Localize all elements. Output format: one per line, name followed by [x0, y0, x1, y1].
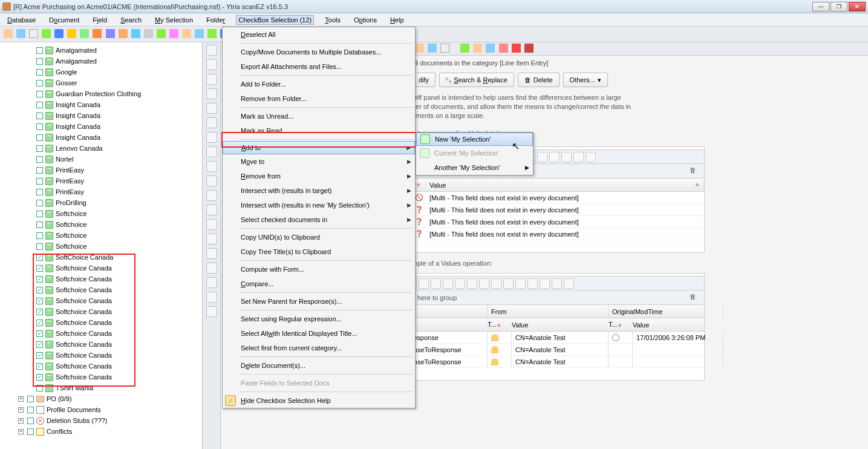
checkbox-icon[interactable]	[36, 156, 43, 163]
tree-item[interactable]: Insight Canada	[0, 110, 202, 121]
checkbox-icon[interactable]	[27, 407, 34, 413]
checkbox-icon[interactable]	[36, 123, 43, 130]
menu-help[interactable]: Help	[388, 15, 406, 25]
tree-item[interactable]: PrintEasy	[0, 165, 202, 175]
submenu-another-selection[interactable]: Another 'My Selection'▶	[416, 160, 533, 175]
toolstrip-btn[interactable]	[206, 88, 217, 99]
checkbox-icon[interactable]	[36, 221, 43, 228]
toolstrip-btn[interactable]	[206, 248, 217, 259]
toolbar-icon[interactable]	[131, 29, 140, 38]
menu-select-first[interactable]: Select first from current category...	[223, 341, 415, 355]
checkbox-icon[interactable]	[36, 363, 43, 370]
grid-btn[interactable]	[527, 278, 538, 289]
trash-icon[interactable]: 🗑	[690, 166, 699, 176]
checkbox-icon[interactable]	[36, 254, 43, 261]
grid-btn[interactable]	[552, 278, 562, 289]
tree-item[interactable]: Softchoice Canada	[0, 295, 202, 306]
tree-item[interactable]: Softchoice Canada	[0, 263, 202, 274]
menu-field[interactable]: Field	[90, 15, 109, 25]
checkbox-icon[interactable]	[36, 309, 43, 315]
grid-btn[interactable]	[586, 152, 596, 162]
toolstrip-btn[interactable]	[206, 277, 217, 288]
grid-btn[interactable]	[467, 278, 477, 289]
menu-select-identical[interactable]: Select All with Identical Displayed Titl…	[223, 326, 415, 341]
checkbox-icon[interactable]	[36, 113, 43, 119]
col-from[interactable]: From	[488, 305, 609, 318]
menu-intersect-new[interactable]: Intersect with (results in new 'My Selec…	[223, 198, 415, 212]
menu-move-to[interactable]: Move to▶	[223, 154, 415, 169]
tree-root-item[interactable]: +Profile Documents	[0, 404, 202, 415]
checkbox-icon[interactable]	[36, 341, 43, 348]
menu-compare[interactable]: Compare...	[223, 277, 415, 291]
menu-copy-tree[interactable]: Copy Tree Title(s) to Clipboard	[223, 244, 415, 259]
tree-item[interactable]: Softchoice Canada	[0, 306, 202, 317]
tree-item[interactable]: Softchoice Canada	[0, 274, 202, 284]
toolbar-icon[interactable]	[106, 29, 115, 38]
toolbar-icon[interactable]	[119, 29, 128, 38]
col-value[interactable]: Value⚹	[426, 182, 704, 189]
toolbar-icon[interactable]	[29, 29, 38, 38]
menu-options[interactable]: Options	[351, 15, 379, 25]
tree-item[interactable]: Softchoice Canada	[0, 328, 202, 339]
grid-btn[interactable]	[491, 278, 501, 289]
tree-item[interactable]: Amalgamated	[0, 56, 202, 67]
grid-btn[interactable]	[503, 278, 514, 289]
checkbox-icon[interactable]	[27, 428, 34, 435]
checkbox-icon[interactable]	[36, 80, 43, 87]
checkbox-icon[interactable]	[36, 287, 43, 293]
toolstrip-btn[interactable]	[206, 132, 217, 143]
grid-btn[interactable]	[479, 278, 489, 289]
grid-btn[interactable]	[443, 278, 453, 289]
menu-export-attachments[interactable]: Export All Attachments and Files...	[223, 59, 415, 74]
menu-tools[interactable]: Tools	[322, 15, 343, 25]
grid-btn[interactable]	[549, 152, 560, 162]
toolbar-icon[interactable]	[42, 29, 51, 38]
menu-deselect-all[interactable]: Deselect All	[223, 27, 415, 42]
expand-icon[interactable]: +	[18, 396, 24, 402]
sub-value[interactable]: Value	[512, 321, 609, 329]
tree-item[interactable]: Gosser	[0, 77, 202, 88]
toolbar-icon[interactable]	[207, 29, 217, 38]
grid-btn[interactable]	[419, 278, 429, 289]
toolbar-icon[interactable]	[460, 44, 469, 53]
toolbar-icon[interactable]	[144, 29, 153, 38]
checkbox-icon[interactable]	[36, 58, 43, 65]
sub-t[interactable]: T...⚹	[488, 321, 512, 329]
checkbox-icon[interactable]	[36, 91, 43, 97]
tree-root-item[interactable]: +✕Deletion Stubs (???)	[0, 415, 202, 426]
menu-compute-form[interactable]: Compute with Form...	[223, 262, 415, 277]
menu-remove-from[interactable]: Remove from▶	[223, 169, 415, 183]
menu-select-regex[interactable]: Select using Regular expression...	[223, 312, 415, 326]
toolbar-icon[interactable]	[182, 29, 191, 38]
tree-item[interactable]: Softchoice Canada	[0, 350, 202, 361]
tree-item[interactable]: Softchoice Canada	[0, 339, 202, 350]
tree-item[interactable]: SoftChoice Canada	[0, 252, 202, 263]
toolbar-icon[interactable]	[195, 29, 204, 38]
grid-btn[interactable]	[573, 152, 584, 162]
toolstrip-btn[interactable]	[206, 234, 217, 244]
tree-item[interactable]: Google	[0, 67, 202, 77]
sub-t[interactable]: T...⚹	[609, 321, 633, 329]
toolstrip-btn[interactable]	[206, 161, 217, 172]
submenu-new-selection[interactable]: New 'My Selection'	[416, 133, 533, 146]
menu-hide-help[interactable]: ✓Hide Checkbox Selection Help	[223, 393, 415, 408]
checkbox-icon[interactable]	[36, 330, 43, 337]
toolbar-icon[interactable]	[415, 44, 424, 53]
toolstrip-btn[interactable]	[206, 263, 217, 274]
tree-root-item[interactable]: +PO (0/9)	[0, 393, 202, 404]
tree-item[interactable]: Softchoice	[0, 208, 202, 219]
tree-item[interactable]: Softchoice Canada	[0, 317, 202, 328]
toolstrip-btn[interactable]	[206, 74, 217, 85]
checkbox-icon[interactable]	[36, 265, 43, 272]
checkbox-icon[interactable]	[36, 276, 43, 283]
checkbox-icon[interactable]	[36, 211, 43, 217]
col-omt[interactable]: OriginalModTime	[609, 305, 723, 318]
checkbox-icon[interactable]	[36, 200, 43, 206]
toolbar-icon[interactable]	[524, 44, 534, 53]
tree-item[interactable]: PrintEasy	[0, 175, 202, 186]
menu-folder[interactable]: Folder	[204, 15, 227, 25]
grid-btn[interactable]	[564, 278, 574, 289]
grid-btn[interactable]	[540, 278, 550, 289]
menu-remove-from-folder[interactable]: Remove from Folder...	[223, 91, 415, 106]
toolstrip-btn[interactable]	[206, 190, 217, 201]
